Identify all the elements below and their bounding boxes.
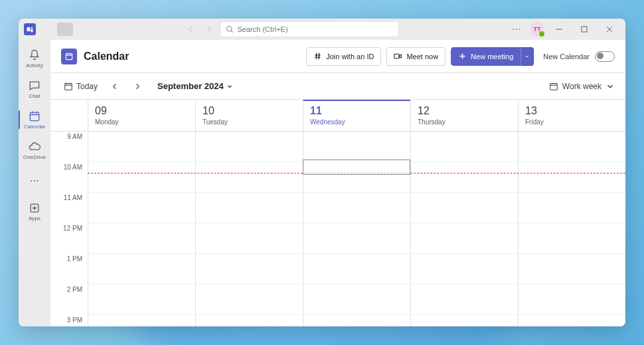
join-with-id-button[interactable]: Join with an ID <box>306 47 381 66</box>
time-slot[interactable] <box>303 193 410 223</box>
time-slot[interactable] <box>518 254 625 285</box>
time-row: 9 AM <box>50 132 625 162</box>
rail-chat[interactable]: Chat <box>19 74 50 104</box>
svg-point-1 <box>31 27 33 29</box>
meet-now-button[interactable]: Meet now <box>386 47 445 66</box>
time-slot[interactable] <box>88 132 195 162</box>
rail-label: Activity <box>26 62 42 68</box>
time-slot[interactable] <box>195 162 303 193</box>
close-button[interactable] <box>599 21 620 37</box>
time-row: 12 PM <box>50 223 625 254</box>
time-slot[interactable] <box>195 254 303 285</box>
time-slot[interactable] <box>410 315 518 326</box>
rail-calendar[interactable]: Calendar <box>19 105 50 134</box>
titlebar-more-button[interactable]: ⋯ <box>508 21 526 37</box>
today-button[interactable]: Today <box>61 79 100 94</box>
more-dots-icon: ⋯ <box>30 175 40 186</box>
time-slot[interactable] <box>518 223 625 254</box>
time-label: 3 PM <box>50 315 88 326</box>
time-slot[interactable] <box>518 193 625 223</box>
day-header[interactable]: 12Thursday <box>410 100 518 131</box>
time-row: 2 PM <box>50 285 625 315</box>
view-picker[interactable]: Work week <box>549 82 615 91</box>
time-slot[interactable] <box>303 254 410 285</box>
day-name: Friday <box>525 118 619 126</box>
day-header[interactable]: 10Tuesday <box>195 100 303 131</box>
time-slot[interactable] <box>195 223 303 254</box>
time-slot[interactable] <box>303 285 410 315</box>
time-slot[interactable] <box>410 223 518 254</box>
teams-logo-icon <box>24 23 36 35</box>
time-slot[interactable] <box>88 162 195 193</box>
time-row: 11 AM <box>50 193 625 223</box>
page-title: Calendar <box>84 51 129 62</box>
new-calendar-label: New Calendar <box>543 53 590 60</box>
time-slot[interactable] <box>410 254 518 285</box>
day-name: Monday <box>95 118 189 126</box>
rail-onedrive[interactable]: OneDrive <box>19 136 50 165</box>
time-label: 10 AM <box>50 162 88 193</box>
page-header: Calendar Join with an ID Meet now New me… <box>50 40 625 73</box>
new-meeting-dropdown[interactable] <box>521 47 534 66</box>
calendar-grid: 09Monday10Tuesday11Wednesday12Thursday13… <box>50 100 625 326</box>
day-header[interactable]: 11Wednesday <box>303 100 410 131</box>
time-slot[interactable] <box>195 193 303 223</box>
time-slot[interactable] <box>518 285 625 315</box>
selected-time-slot[interactable] <box>303 160 410 175</box>
time-slot[interactable] <box>518 315 625 326</box>
search-input[interactable] <box>238 25 393 33</box>
time-slot[interactable] <box>410 285 518 315</box>
time-slot[interactable] <box>518 132 625 162</box>
search-box[interactable] <box>220 21 399 37</box>
rail-more[interactable]: ⋯ <box>19 166 50 195</box>
button-label: New meeting <box>471 53 513 60</box>
time-row: 1 PM <box>50 254 625 285</box>
search-icon <box>226 25 234 33</box>
calendar-toolbar: Today September 2024 Work week <box>50 73 625 100</box>
rail-label: OneDrive <box>23 154 46 160</box>
new-meeting-button[interactable]: New meeting <box>451 47 521 66</box>
time-slot[interactable] <box>303 315 410 326</box>
prev-week-button[interactable] <box>107 78 123 94</box>
time-slot[interactable] <box>195 285 303 315</box>
time-slot[interactable] <box>195 132 303 162</box>
rail-label: Calendar <box>24 124 45 130</box>
maximize-button[interactable] <box>574 21 595 37</box>
time-slot[interactable] <box>88 285 195 315</box>
time-label: 12 PM <box>50 223 88 254</box>
titlebar: ⋯ TT <box>19 19 625 40</box>
day-headers: 09Monday10Tuesday11Wednesday12Thursday13… <box>50 100 625 132</box>
time-slot[interactable] <box>88 223 195 254</box>
minimize-button[interactable] <box>548 21 570 37</box>
calendar-icon <box>549 82 558 91</box>
time-slot[interactable] <box>195 315 303 326</box>
svg-rect-7 <box>394 54 399 58</box>
nav-forward-button[interactable] <box>201 21 217 37</box>
time-slot[interactable] <box>88 193 195 223</box>
time-label: 11 AM <box>50 193 88 223</box>
svg-rect-0 <box>27 27 31 31</box>
rail-apps[interactable]: Apps <box>19 197 50 226</box>
time-slot[interactable] <box>88 254 195 285</box>
workspace-switcher[interactable] <box>57 23 73 36</box>
time-slot[interactable] <box>303 223 410 254</box>
new-calendar-toggle[interactable] <box>595 51 615 62</box>
time-slot[interactable] <box>518 162 625 193</box>
day-header[interactable]: 09Monday <box>88 100 195 131</box>
avatar[interactable]: TT <box>530 22 544 37</box>
svg-rect-6 <box>66 53 72 59</box>
cloud-icon <box>28 140 41 154</box>
time-slot[interactable] <box>410 193 518 223</box>
time-body[interactable]: 9 AM10 AM11 AM12 PM1 PM2 PM3 PM <box>50 132 625 326</box>
month-picker[interactable]: September 2024 <box>157 81 233 91</box>
app-rail: Activity Chat Calendar OneDrive ⋯ Apps <box>19 40 50 326</box>
time-slot[interactable] <box>303 132 410 162</box>
rail-activity[interactable]: Activity <box>19 44 50 73</box>
time-slot[interactable] <box>410 132 518 162</box>
day-header[interactable]: 13Friday <box>518 100 625 131</box>
time-slot[interactable] <box>410 162 518 193</box>
nav-back-button[interactable] <box>183 21 199 37</box>
day-number: 13 <box>525 105 619 117</box>
next-week-button[interactable] <box>129 78 145 94</box>
time-slot[interactable] <box>88 315 195 326</box>
